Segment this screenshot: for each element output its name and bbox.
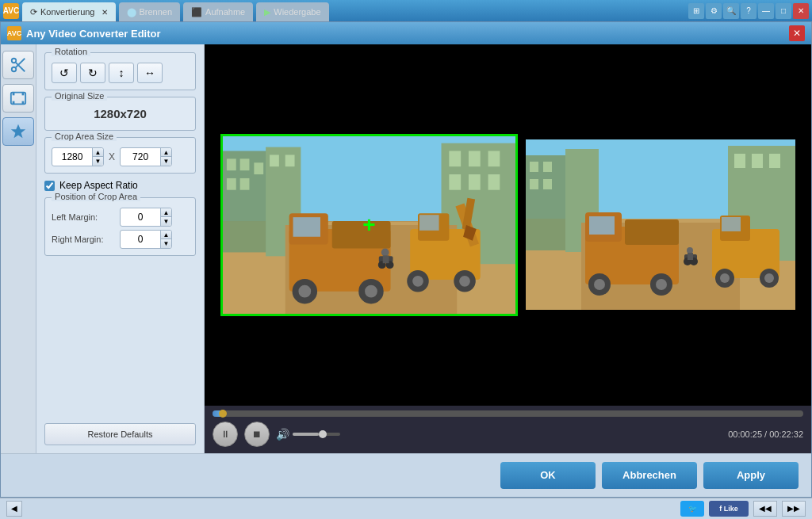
restore-defaults-button[interactable]: Restore Defaults	[44, 423, 196, 445]
sidebar-icon-effects[interactable]	[2, 117, 34, 146]
stop-button[interactable]: ⏹	[244, 422, 270, 447]
right-margin-input[interactable]	[121, 231, 160, 248]
left-panel: Rotation ↺ ↻ ↕ ↔ Original Size 1280x720 …	[36, 44, 205, 453]
crop-preview-frame: +	[220, 134, 518, 316]
tab-brennen-icon: ⬤	[127, 7, 136, 17]
minimize-button[interactable]: —	[758, 3, 774, 19]
right-margin-up[interactable]: ▲	[160, 231, 171, 239]
svg-point-76	[687, 247, 693, 254]
svg-rect-16	[240, 178, 250, 190]
video-panels: +	[205, 44, 811, 406]
svg-rect-58	[543, 179, 552, 189]
svg-point-46	[459, 276, 470, 287]
svg-rect-39	[419, 215, 439, 231]
dialog-icon: AVC	[7, 26, 21, 40]
crop-width-input-group: ▲ ▼	[52, 147, 104, 166]
cancel-button[interactable]: Abbrechen	[602, 462, 697, 489]
maximize-button[interactable]: □	[776, 3, 791, 19]
crop-width-down[interactable]: ▼	[92, 157, 103, 166]
tab-konvertierung-icon: ⟳	[30, 7, 37, 17]
volume-track[interactable]	[293, 433, 340, 436]
keep-aspect-ratio-row: Keep Aspect Ratio	[44, 180, 196, 191]
search-icon[interactable]: 🔍	[723, 3, 739, 19]
svg-rect-26	[469, 174, 481, 190]
time-display: 00:00:25 / 00:22:32	[728, 429, 803, 439]
svg-rect-68	[625, 219, 679, 245]
tab-wiedergabe[interactable]: ▶ Wiedergabe	[256, 2, 328, 21]
crop-area-group: Crop Area Size ▲ ▼ X	[44, 137, 196, 174]
scissors-icon	[10, 56, 27, 74]
progress-track[interactable]	[213, 410, 803, 417]
left-margin-up[interactable]: ▲	[160, 208, 171, 217]
svg-rect-31	[293, 217, 320, 237]
svg-rect-62	[752, 154, 763, 168]
sidebar-icon-scissors[interactable]	[2, 51, 34, 79]
crop-width-input[interactable]	[52, 148, 92, 166]
editor-dialog: AVC Any Video Converter Editor ✕	[0, 21, 812, 498]
right-margin-arrows: ▲ ▼	[160, 231, 171, 248]
svg-rect-5	[13, 93, 15, 96]
volume-thumb[interactable]	[319, 430, 327, 438]
flip-vertical-button[interactable]: ↕	[109, 63, 134, 83]
tab-konvertierung[interactable]: ⟳ Konvertierung ✕	[22, 2, 116, 21]
crop-height-input[interactable]	[121, 148, 160, 166]
position-crop-group: Position of Crop Area Left Margin: ▲ ▼ R	[44, 197, 196, 256]
media-prev-button[interactable]: ◀◀	[753, 501, 777, 517]
pause-button[interactable]: ⏸	[213, 422, 238, 447]
status-nav-left[interactable]: ◀	[6, 501, 22, 517]
ok-button[interactable]: OK	[500, 462, 596, 489]
keep-aspect-ratio-label: Keep Aspect Ratio	[59, 180, 138, 191]
tabs-area: ⟳ Konvertierung ✕ ⬤ Brennen ⬛ Aufnahme ▶…	[22, 0, 688, 21]
tab-brennen[interactable]: ⬤ Brennen	[119, 2, 181, 21]
status-bar: ◀ 🐦 f Like ◀◀ ▶▶	[0, 498, 812, 519]
progress-thumb[interactable]	[219, 410, 227, 418]
rotate-cw-button[interactable]: ↻	[80, 63, 105, 83]
settings-icon[interactable]: ⚙	[706, 3, 722, 19]
original-size-label: Original Size	[52, 91, 107, 101]
tab-konvertierung-close[interactable]: ✕	[102, 8, 108, 17]
monitor-icon[interactable]: ⊞	[688, 3, 704, 19]
video-scene-right	[526, 139, 795, 310]
svg-rect-61	[734, 154, 745, 168]
dialog-body: Rotation ↺ ↻ ↕ ↔ Original Size 1280x720 …	[1, 44, 811, 453]
sidebar-icon-film[interactable]	[2, 84, 34, 113]
svg-rect-8	[22, 101, 25, 105]
right-margin-down[interactable]: ▼	[160, 239, 171, 248]
crop-height-down[interactable]: ▼	[160, 157, 171, 166]
effects-icon	[10, 123, 27, 140]
svg-rect-19	[270, 155, 279, 166]
help-icon[interactable]: ?	[741, 3, 756, 19]
original-size-value: 1280x720	[52, 104, 189, 124]
crop-width-arrows: ▲ ▼	[92, 148, 103, 166]
svg-point-50	[381, 248, 389, 256]
rotation-label: Rotation	[52, 47, 90, 56]
svg-point-44	[412, 276, 423, 287]
crop-video-left: +	[220, 134, 518, 316]
left-margin-down[interactable]: ▼	[160, 217, 171, 226]
tab-brennen-label: Brennen	[140, 7, 173, 17]
crop-height-arrows: ▲ ▼	[160, 148, 171, 166]
flip-horizontal-button[interactable]: ↔	[137, 63, 163, 83]
title-bar: AVC ⟳ Konvertierung ✕ ⬤ Brennen ⬛ Aufnah…	[0, 0, 812, 21]
crop-height-up[interactable]: ▲	[160, 148, 171, 157]
main-video-area: +	[205, 44, 811, 453]
left-margin-input[interactable]	[121, 208, 160, 226]
dialog-close-button[interactable]: ✕	[789, 25, 805, 41]
tab-aufnahme[interactable]: ⬛ Aufnahme	[183, 2, 253, 21]
keep-aspect-ratio-checkbox[interactable]	[44, 181, 55, 191]
left-margin-row: Left Margin: ▲ ▼	[52, 208, 189, 227]
svg-rect-22	[449, 151, 461, 166]
facebook-button[interactable]: f Like	[709, 501, 749, 517]
tab-aufnahme-label: Aufnahme	[205, 7, 245, 17]
crop-width-up[interactable]: ▲	[92, 148, 103, 157]
left-margin-input-group: ▲ ▼	[120, 208, 172, 227]
rotation-buttons: ↺ ↻ ↕ ↔	[52, 63, 189, 83]
svg-rect-80	[722, 217, 741, 231]
media-next-button[interactable]: ▶▶	[782, 501, 806, 517]
tab-aufnahme-icon: ⬛	[191, 7, 202, 17]
twitter-button[interactable]: 🐦	[680, 501, 704, 517]
apply-button[interactable]: Apply	[703, 462, 799, 489]
close-button[interactable]: ✕	[793, 3, 809, 19]
dialog-footer: OK Abbrechen Apply	[1, 453, 811, 497]
rotate-ccw-button[interactable]: ↺	[52, 63, 77, 83]
